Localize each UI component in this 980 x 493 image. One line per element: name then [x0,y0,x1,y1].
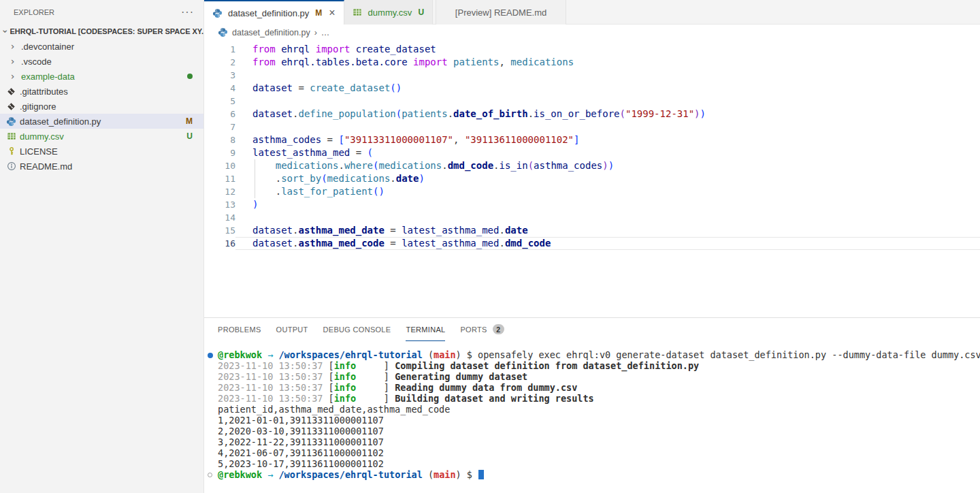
file-label: .gitattributes [20,86,68,97]
token-br1: ( [390,82,395,93]
explorer-title-bar: EXPLORER ··· [0,0,203,24]
token-br1: ) [419,173,424,184]
token-prop: dmd_code [448,160,493,171]
token-pln [310,44,315,54]
code-content [235,69,980,82]
terminal-token-plain: ( [423,469,434,480]
token-fn: medications [378,160,442,171]
tab-dummy-csv[interactable]: dummy.csvU [344,0,433,25]
panel-tab-ports[interactable]: PORTS2 [460,318,504,341]
line-number: 1 [204,43,235,56]
panel-tab-problems[interactable]: PROBLEMS [218,318,261,341]
command-idle-icon [208,473,212,477]
token-kw: import [413,57,448,67]
sidebar-item-readme-md[interactable]: README.md [0,159,203,174]
token-br1: [ [338,134,344,145]
terminal-token-plain: [ [329,382,334,393]
line-number: 11 [204,172,235,185]
code-editor[interactable]: 1from ehrql import create_dataset2from e… [204,40,980,317]
tab-bar: dataset_definition.pyM×dummy.csvU[Previe… [204,0,980,25]
token-pln [408,57,413,67]
code-content [235,121,980,133]
tab-dataset-definition-py[interactable]: dataset_definition.pyM× [204,0,344,25]
terminal-line: @rebkwok → /workspaces/ehrql-tutorial (m… [218,349,980,360]
token-pln: = [321,134,338,145]
terminal-token-dim: 2023-11-10 13:50:37 [218,371,329,382]
terminal-token-plain: [ [329,371,334,382]
token-pln [448,57,453,67]
terminal-token-plain: ) $ [456,469,478,480]
explorer-title: EXPLORER [14,8,54,16]
sidebar-item-vscode[interactable]: ›.vscode [0,54,203,69]
sidebar-item-dummy-csv[interactable]: dummy.csvU [0,129,203,144]
code-content: dataset.asthma_med_date = latest_asthma_… [235,224,980,237]
token-fn: medications [327,173,391,184]
code-line-13: 13) [204,198,980,211]
line-number: 16 [204,237,235,250]
tab-preview-readme-md[interactable]: [Preview] README.md [436,0,566,25]
token-var: asthma_codes [252,134,321,145]
terminal-line: 2023-11-10 13:50:37 [info ] Compiling da… [218,360,980,371]
code-line-16: 16dataset.asthma_med_code = latest_asthm… [204,237,980,250]
terminal-token-path: /workspaces/ehrql-tutorial [278,469,422,480]
token-pln: . [390,173,395,184]
breadcrumb-file[interactable]: dataset_definition.py [232,28,310,37]
panel-tab-label: PROBLEMS [218,325,261,334]
sidebar-item-dataset-definition-py[interactable]: dataset_definition.pyM [0,114,203,129]
code-line-1: 1from ehrql import create_dataset [204,43,980,56]
token-pln: . [499,225,504,236]
token-pln: . [338,160,344,171]
sidebar-item-gitattributes[interactable]: .gitattributes [0,84,203,99]
git-icon [5,101,17,112]
tab-dirty-badge: U [418,7,424,17]
token-var: asthma_codes [534,160,602,171]
token-pln: . [442,160,447,171]
terminal-token-plain [262,469,267,480]
token-br1: ) [252,199,258,210]
code-content [235,211,980,224]
terminal-token-plain [356,393,384,404]
sidebar-item-example-data[interactable]: ›example-data [0,69,203,84]
token-br2: ) [602,160,608,171]
code-line-10: 10 medications.where(medications.dmd_cod… [204,159,980,172]
token-fn: patients [453,57,499,67]
code-line-9: 9latest_asthma_med = ( [204,146,980,159]
csv-icon [5,131,17,142]
terminal-token-plain: 2,2020-03-10,39113311000001107 [218,426,384,436]
token-pln [350,44,355,54]
token-pln: . [252,186,281,197]
terminal-token-path: /workspaces/ehrql-tutorial [278,349,422,360]
sidebar-item-devcontainer[interactable]: ›.devcontainer [0,39,203,54]
chevron-right-icon: › [7,56,18,67]
token-prop: date [505,225,528,236]
terminal-line: 1,2021-01-01,39113311000001107 [218,415,980,426]
line-number: 8 [204,133,235,146]
line-number: 2 [204,56,235,69]
sidebar-item-license[interactable]: LICENSE [0,144,203,159]
token-br1: ) [700,108,706,119]
terminal-token-dim: 2023-11-10 13:50:37 [218,382,329,393]
terminal-token-branch: main [434,469,456,480]
token-var: dataset [252,82,293,93]
token-br1: ( [396,108,402,119]
panel-tab-debug-console[interactable]: DEBUG CONSOLE [323,318,391,341]
explorer-sidebar: EXPLORER ··· › EHRQL-TUTORIAL [CODESPACE… [0,0,204,493]
tab-dirty-badge: M [315,8,322,18]
terminal-cursor [478,470,484,479]
line-number: 6 [204,108,235,121]
panel-tab-output[interactable]: OUTPUT [276,318,308,341]
more-actions-icon[interactable]: ··· [181,9,194,16]
panel-tab-terminal[interactable]: TERMINAL [406,318,445,341]
explorer-root-header[interactable]: › EHRQL-TUTORIAL [CODESPACES: SUPER SPAC… [0,24,203,39]
file-label: .vscode [21,57,52,67]
line-number: 13 [204,198,235,211]
close-icon[interactable]: × [329,8,335,18]
terminal-token-info: info [334,393,357,404]
token-kw: from [252,57,276,67]
line-number: 10 [204,159,235,172]
token-pln [276,57,281,67]
breadcrumb-symbol[interactable]: … [321,28,330,37]
terminal[interactable]: @rebkwok → /workspaces/ehrql-tutorial (m… [204,341,980,480]
code-line-12: 12 .last_for_patient() [204,185,980,198]
sidebar-item-gitignore[interactable]: .gitignore [0,99,203,114]
